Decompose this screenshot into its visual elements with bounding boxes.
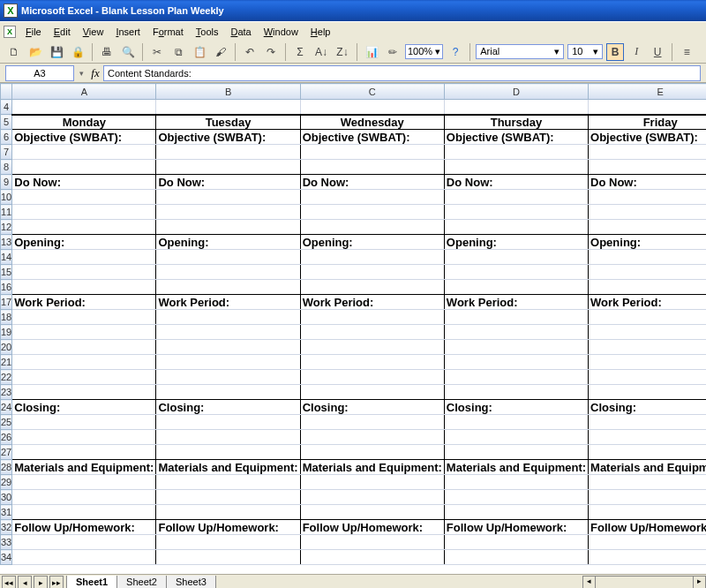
size-combo[interactable]: 10 ▾ [567, 44, 603, 59]
cell[interactable] [156, 310, 300, 325]
cell[interactable]: Do Now: [156, 175, 300, 190]
cell[interactable] [300, 445, 444, 460]
cell[interactable]: Objective (SWBAT): [12, 130, 156, 145]
cell[interactable] [300, 310, 444, 325]
cell[interactable] [589, 250, 706, 265]
cell[interactable] [156, 415, 300, 430]
col-header-c[interactable]: C [300, 84, 444, 100]
zoom-combo[interactable]: 100% ▾ [405, 44, 443, 59]
col-header-e[interactable]: E [589, 84, 706, 100]
cell[interactable] [156, 220, 300, 235]
cell[interactable] [156, 385, 300, 400]
cell[interactable]: Objective (SWBAT): [589, 130, 706, 145]
cell[interactable] [156, 445, 300, 460]
row-header[interactable]: 24 [1, 400, 12, 415]
cell[interactable]: Materials and Equipment: [12, 460, 156, 475]
row-header[interactable]: 19 [1, 325, 12, 340]
cell[interactable] [156, 340, 300, 355]
cell-thursday[interactable]: Thursday [444, 115, 588, 130]
cell[interactable] [12, 355, 156, 370]
row-header[interactable]: 27 [1, 445, 12, 460]
cell[interactable] [12, 505, 156, 520]
cell-monday[interactable]: Monday [12, 115, 156, 130]
cell[interactable] [444, 445, 588, 460]
cell[interactable] [300, 250, 444, 265]
col-header-a[interactable]: A [12, 84, 156, 100]
cell[interactable]: Objective (SWBAT): [444, 130, 588, 145]
row-header[interactable]: 11 [1, 205, 12, 220]
row-header[interactable]: 26 [1, 430, 12, 445]
print-icon[interactable]: 🖶 [98, 43, 116, 61]
cell[interactable] [300, 550, 444, 565]
preview-icon[interactable]: 🔍 [119, 43, 137, 61]
cell[interactable] [444, 280, 588, 295]
menu-data[interactable]: Data [224, 25, 257, 39]
cell[interactable]: Work Period: [12, 295, 156, 310]
cell-tuesday[interactable]: Tuesday [156, 115, 300, 130]
cell[interactable] [12, 145, 156, 160]
format-painter-icon[interactable]: 🖌 [212, 43, 229, 61]
cell[interactable]: Work Period: [589, 295, 706, 310]
tab-sheet3[interactable]: Sheet3 [166, 576, 216, 588]
cell[interactable] [156, 280, 300, 295]
row-header[interactable]: 17 [1, 295, 12, 310]
cell[interactable] [444, 160, 588, 175]
cell[interactable] [300, 280, 444, 295]
cell[interactable]: Follow Up/Homework: [589, 520, 706, 535]
cell[interactable] [156, 550, 300, 565]
cell[interactable] [156, 355, 300, 370]
cell[interactable]: Closing: [156, 400, 300, 415]
help-icon[interactable]: ? [447, 43, 464, 61]
cell[interactable] [589, 475, 706, 490]
menu-window[interactable]: Window [258, 25, 304, 39]
cell[interactable]: Work Period: [300, 295, 444, 310]
row-header[interactable]: 20 [1, 340, 12, 355]
cell-wednesday[interactable]: Wednesday [300, 115, 444, 130]
cell[interactable] [156, 370, 300, 385]
cell[interactable] [589, 490, 706, 505]
cell[interactable] [300, 370, 444, 385]
row-header[interactable]: 6 [1, 130, 12, 145]
cell[interactable] [12, 535, 156, 550]
cell[interactable] [300, 490, 444, 505]
cell[interactable] [12, 205, 156, 220]
cell[interactable] [156, 160, 300, 175]
save-icon[interactable]: 💾 [48, 43, 65, 61]
cell[interactable] [444, 550, 588, 565]
cell[interactable] [300, 340, 444, 355]
cell[interactable] [444, 310, 588, 325]
cell[interactable] [12, 190, 156, 205]
menu-edit[interactable]: Edit [48, 25, 77, 39]
cell[interactable]: Objective (SWBAT): [300, 130, 444, 145]
drawing-icon[interactable]: ✏ [384, 43, 402, 61]
cell[interactable] [12, 370, 156, 385]
row-header[interactable]: 4 [1, 100, 12, 115]
cell[interactable] [12, 490, 156, 505]
cell[interactable] [156, 265, 300, 280]
cell[interactable] [589, 415, 706, 430]
cell[interactable] [444, 190, 588, 205]
cell[interactable] [444, 505, 588, 520]
cell[interactable]: Materials and Equipment: [589, 460, 706, 475]
menu-format[interactable]: Format [146, 25, 190, 39]
row-header[interactable]: 22 [1, 370, 12, 385]
menu-view[interactable]: View [77, 25, 110, 39]
name-box-dropdown-icon[interactable]: ▾ [79, 69, 84, 78]
row-header[interactable]: 16 [1, 280, 12, 295]
cell[interactable]: Closing: [589, 400, 706, 415]
cell[interactable]: Opening: [444, 235, 588, 250]
cell[interactable]: Follow Up/Homework: [300, 520, 444, 535]
row-header[interactable]: 9 [1, 175, 12, 190]
cell[interactable] [300, 430, 444, 445]
cell[interactable] [156, 205, 300, 220]
cell[interactable] [444, 325, 588, 340]
new-icon[interactable]: 🗋 [5, 43, 23, 61]
cell[interactable] [589, 160, 706, 175]
cell[interactable] [300, 145, 444, 160]
sort-asc-icon[interactable]: A↓ [312, 43, 330, 61]
cell[interactable]: Closing: [300, 400, 444, 415]
cell[interactable] [300, 220, 444, 235]
row-header[interactable]: 34 [1, 550, 12, 565]
cell[interactable] [300, 415, 444, 430]
row-header[interactable]: 7 [1, 145, 12, 160]
